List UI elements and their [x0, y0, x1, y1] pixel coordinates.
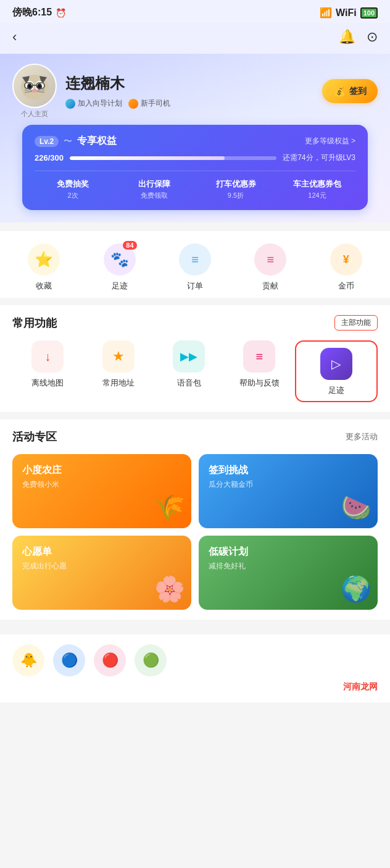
- divider-1: [0, 298, 390, 305]
- farm-deco: 🌾: [154, 493, 185, 522]
- divider-3: [0, 620, 390, 627]
- activity-card-carbon[interactable]: 低碳计划 减排免好礼 🌍: [199, 536, 378, 610]
- common-address-icon: ★: [102, 340, 135, 373]
- checkin-title: 签到挑战: [209, 464, 253, 477]
- signal-icon: 📶: [320, 7, 332, 19]
- avatar-label: 个人主页: [12, 109, 57, 119]
- profile-section: 个人主页 连翘楠木 加入向导计划 新手司机 💰 签到: [0, 54, 390, 222]
- voice-pack-label: 语音包: [177, 377, 201, 389]
- svg-point-9: [32, 89, 37, 93]
- bottom-watermark: 河南龙网: [12, 676, 378, 693]
- carbon-title: 低碳计划: [209, 546, 248, 558]
- progress-score: 226/300: [35, 153, 64, 162]
- star-icon: ⭐: [28, 243, 60, 276]
- func-voice-pack[interactable]: ▶▶ 语音包: [154, 340, 224, 402]
- footprint-nav-label: 足迹: [328, 385, 344, 396]
- func-offline-map[interactable]: ↓ 离线地图: [12, 340, 83, 402]
- coin-icon: ¥: [330, 243, 362, 276]
- help-feedback-label: 帮助与反馈: [239, 377, 280, 389]
- level-badge: Lv.2: [35, 136, 59, 147]
- driver-label: 新手司机: [141, 98, 170, 109]
- level-card: Lv.2 〜 专享权益 更多等级权益 > 226/300 还需74分，可升级LV…: [22, 125, 368, 210]
- bottom-icon-4[interactable]: 🟢: [135, 644, 167, 676]
- perk-lottery-name: 免费抽奖: [35, 179, 111, 190]
- bottom-icon-2[interactable]: 🔵: [53, 644, 85, 676]
- perk-driver-coupon: 车主优惠券包 124元: [279, 179, 355, 200]
- profile-tags: 加入向导计划 新手司机: [65, 98, 170, 109]
- func-items: ↓ 离线地图 ★ 常用地址 ▶▶ 语音包 ≡ 帮助与反馈 ▷ 足迹: [12, 340, 378, 402]
- footprint-label: 足迹: [112, 280, 128, 292]
- farm-title: 小度农庄: [22, 464, 62, 477]
- more-rights-link[interactable]: 更多等级权益 >: [305, 136, 355, 146]
- activity-card-farm[interactable]: 小度农庄 免费领小米 🌾: [12, 454, 191, 528]
- level-perks: 免费抽奖 2次 出行保障 免费领取 打车优惠券 9.5折 车主优惠券包 124元: [35, 171, 355, 200]
- activity-card-wishlist[interactable]: 心愿单 完成出行心愿 🌸: [12, 536, 191, 610]
- common-functions-section: 常用功能 主部功能 ↓ 离线地图 ★ 常用地址 ▶▶ 语音包 ≡ 帮助与反馈 ▷…: [0, 305, 390, 412]
- perk-travel-val: 免费领取: [116, 191, 193, 200]
- header-actions: 🔔 ⊙: [339, 29, 378, 45]
- divider-2: [0, 412, 390, 419]
- status-time: 傍晚6:15: [12, 6, 52, 19]
- progress-fill: [70, 156, 225, 160]
- perk-travel: 出行保障 免费领取: [116, 179, 193, 200]
- func-help-feedback[interactable]: ≡ 帮助与反馈: [224, 340, 294, 402]
- coin-label: 金币: [338, 280, 354, 292]
- wifi-icon: WiFi: [336, 7, 357, 19]
- bottom-icon-3[interactable]: 🔴: [94, 644, 126, 676]
- watermark-red: 河南龙网: [343, 681, 378, 691]
- bottom-icon-1[interactable]: 🐥: [12, 644, 44, 676]
- top-header: ‹ 🔔 ⊙: [0, 23, 390, 54]
- quick-menu-items: ⭐ 收藏 🐾 84 足迹 ≡ 订单 ≡ 贡献 ¥ 金币: [6, 243, 384, 292]
- functions-title: 常用功能: [12, 316, 57, 331]
- quick-item-coin[interactable]: ¥ 金币: [328, 243, 365, 292]
- username: 连翘楠木: [65, 74, 170, 93]
- sign-label: 签到: [349, 86, 367, 97]
- more-activities-link[interactable]: 更多活动: [346, 431, 378, 442]
- activity-card-checkin[interactable]: 签到挑战 瓜分大额金币 🍉: [199, 454, 378, 528]
- perk-lottery-val: 2次: [35, 191, 111, 200]
- wing-left: 〜: [64, 136, 72, 147]
- perk-coupon: 打车优惠券 9.5折: [197, 179, 274, 200]
- alarm-icon: ⏰: [56, 8, 66, 18]
- sign-in-button[interactable]: 💰 签到: [322, 79, 378, 103]
- sign-coin-icon: 💰: [333, 85, 346, 97]
- driver-tag[interactable]: 新手司机: [128, 98, 170, 109]
- contrib-icon: ≡: [254, 243, 286, 276]
- back-button[interactable]: ‹: [12, 29, 17, 45]
- footprint-nav-icon: ▷: [320, 348, 352, 380]
- quick-item-order[interactable]: ≡ 订单: [176, 243, 214, 292]
- quick-item-star[interactable]: ⭐ 收藏: [25, 243, 62, 292]
- checkin-subtitle: 瓜分大额金币: [209, 479, 253, 490]
- quick-item-footprint[interactable]: 🐾 84 足迹: [101, 243, 138, 292]
- more-functions-link[interactable]: 主部功能: [334, 315, 378, 331]
- guide-plan-tag[interactable]: 加入向导计划: [65, 98, 122, 109]
- bottom-icons: 🐥 🔵 🔴 🟢: [12, 644, 378, 676]
- notification-icon[interactable]: 🔔: [339, 29, 355, 45]
- help-feedback-icon: ≡: [243, 340, 275, 373]
- wishlist-title: 心愿单: [22, 546, 67, 558]
- avatar: [12, 64, 57, 108]
- activity-title: 活动专区: [12, 429, 57, 444]
- status-bar: 傍晚6:15 ⏰ 📶 WiFi 100: [0, 0, 390, 23]
- wishlist-deco: 🌸: [154, 575, 185, 604]
- checkin-deco: 🍉: [341, 493, 371, 522]
- bottom-section: 🐥 🔵 🔴 🟢 河南龙网: [0, 627, 390, 702]
- perk-driver-val: 124元: [279, 191, 355, 200]
- scan-icon[interactable]: ⊙: [367, 29, 378, 45]
- common-address-label: 常用地址: [102, 377, 135, 389]
- guide-label: 加入向导计划: [78, 98, 122, 109]
- avatar-container: [12, 64, 57, 108]
- svg-point-8: [38, 85, 41, 88]
- svg-point-7: [28, 85, 31, 88]
- profile-info: 连翘楠木 加入向导计划 新手司机: [65, 74, 170, 109]
- level-title: 专享权益: [77, 135, 117, 148]
- perk-coupon-name: 打车优惠券: [197, 179, 274, 190]
- footprint-badge: 84: [123, 241, 136, 250]
- quick-item-contrib[interactable]: ≡ 贡献: [252, 243, 289, 292]
- perk-coupon-val: 9.5折: [197, 191, 274, 200]
- func-footprint-highlighted[interactable]: ▷ 足迹: [295, 340, 378, 402]
- offline-map-icon: ↓: [31, 340, 64, 373]
- func-common-address[interactable]: ★ 常用地址: [83, 340, 153, 402]
- guide-dot: [65, 99, 75, 109]
- voice-pack-icon: ▶▶: [173, 340, 205, 373]
